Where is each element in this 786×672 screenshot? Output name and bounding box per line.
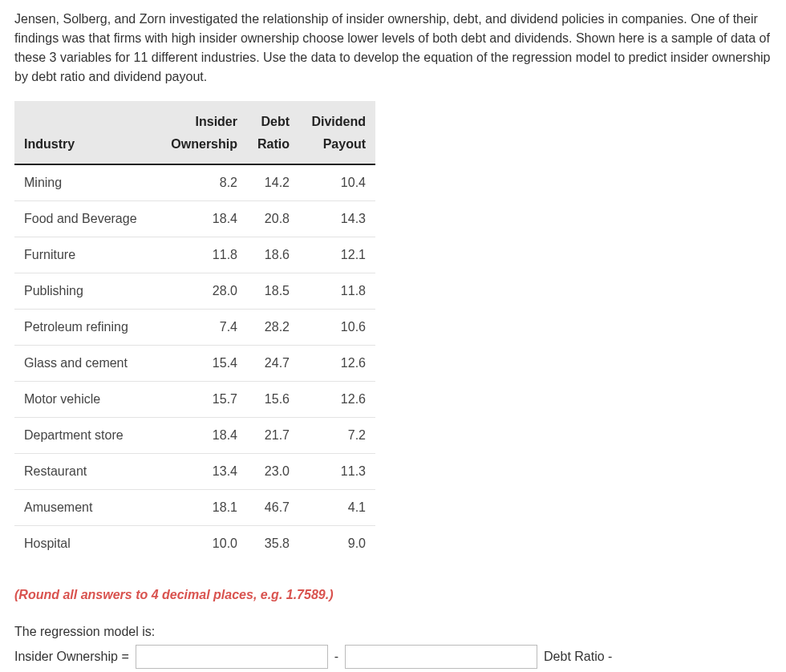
table-cell: 18.5 (247, 273, 299, 310)
debt-coef-input[interactable] (345, 645, 537, 669)
regression-equation: Insider Ownership = - Debt Ratio - Divid… (14, 645, 772, 672)
table-cell: 46.7 (247, 490, 299, 526)
table-cell: 7.2 (299, 418, 375, 454)
problem-intro: Jensen, Solberg, and Zorn investigated t… (14, 10, 772, 87)
table-cell: Hospital (14, 526, 159, 562)
table-row: Restaurant13.423.011.3 (14, 454, 375, 490)
th-ratio: Ratio (247, 133, 299, 164)
table-row: Publishing28.018.511.8 (14, 273, 375, 310)
table-cell: 11.8 (299, 273, 375, 310)
table-row: Petroleum refining7.428.210.6 (14, 310, 375, 346)
table-header-bottom: Industry Ownership Ratio Payout (14, 133, 375, 164)
table-cell: Food and Beverage (14, 201, 159, 237)
table-cell: 21.7 (247, 418, 299, 454)
th-industry: Industry (14, 133, 159, 164)
table-cell: 18.1 (159, 490, 247, 526)
table-cell: 13.4 (159, 454, 247, 490)
table-cell: 24.7 (247, 346, 299, 382)
table-cell: Publishing (14, 273, 159, 310)
table-row: Motor vehicle15.715.612.6 (14, 382, 375, 418)
table-cell: 12.6 (299, 382, 375, 418)
table-header-top: Insider Debt Dividend (14, 101, 375, 133)
table-cell: 18.4 (159, 418, 247, 454)
table-row: Hospital10.035.89.0 (14, 526, 375, 562)
table-cell: Amusement (14, 490, 159, 526)
model-label: The regression model is: (14, 622, 772, 642)
table-row: Department store18.421.77.2 (14, 418, 375, 454)
data-table: Insider Debt Dividend Industry Ownership… (14, 101, 375, 561)
table-cell: 15.6 (247, 382, 299, 418)
table-cell: Glass and cement (14, 346, 159, 382)
table-cell: 23.0 (247, 454, 299, 490)
table-cell: 35.8 (247, 526, 299, 562)
table-cell: 11.3 (299, 454, 375, 490)
th-insider: Insider (159, 101, 247, 133)
table-cell: Restaurant (14, 454, 159, 490)
table-cell: Motor vehicle (14, 382, 159, 418)
th-dividend: Dividend (299, 101, 375, 133)
table-cell: 10.6 (299, 310, 375, 346)
table-cell: 10.0 (159, 526, 247, 562)
table-cell: 14.2 (247, 164, 299, 201)
table-row: Furniture11.818.612.1 (14, 237, 375, 273)
table-cell: Mining (14, 164, 159, 201)
table-cell: 28.2 (247, 310, 299, 346)
th-debt: Debt (247, 101, 299, 133)
table-row: Food and Beverage18.420.814.3 (14, 201, 375, 237)
table-row: Glass and cement15.424.712.6 (14, 346, 375, 382)
th-ownership: Ownership (159, 133, 247, 164)
table-row: Amusement18.146.74.1 (14, 490, 375, 526)
intercept-input[interactable] (136, 645, 328, 669)
table-cell: Department store (14, 418, 159, 454)
table-cell: 20.8 (247, 201, 299, 237)
table-cell: 14.3 (299, 201, 375, 237)
table-cell: 18.6 (247, 237, 299, 273)
table-cell: 12.1 (299, 237, 375, 273)
debt-ratio-label: Debt Ratio - (544, 647, 612, 666)
table-cell: 4.1 (299, 490, 375, 526)
th-payout: Payout (299, 133, 375, 164)
table-cell: 18.4 (159, 201, 247, 237)
table-cell: 12.6 (299, 346, 375, 382)
table-row: Mining8.214.210.4 (14, 164, 375, 201)
table-cell: 15.4 (159, 346, 247, 382)
table-cell: 28.0 (159, 273, 247, 310)
table-cell: 9.0 (299, 526, 375, 562)
table-cell: 10.4 (299, 164, 375, 201)
th-blank (14, 101, 159, 133)
table-cell: 11.8 (159, 237, 247, 273)
rounding-hint: (Round all answers to 4 decimal places, … (14, 585, 772, 605)
table-cell: Furniture (14, 237, 159, 273)
table-cell: 15.7 (159, 382, 247, 418)
table-cell: Petroleum refining (14, 310, 159, 346)
equation-lhs: Insider Ownership = (14, 647, 129, 666)
table-cell: 7.4 (159, 310, 247, 346)
minus-sign: - (334, 647, 338, 666)
table-cell: 8.2 (159, 164, 247, 201)
